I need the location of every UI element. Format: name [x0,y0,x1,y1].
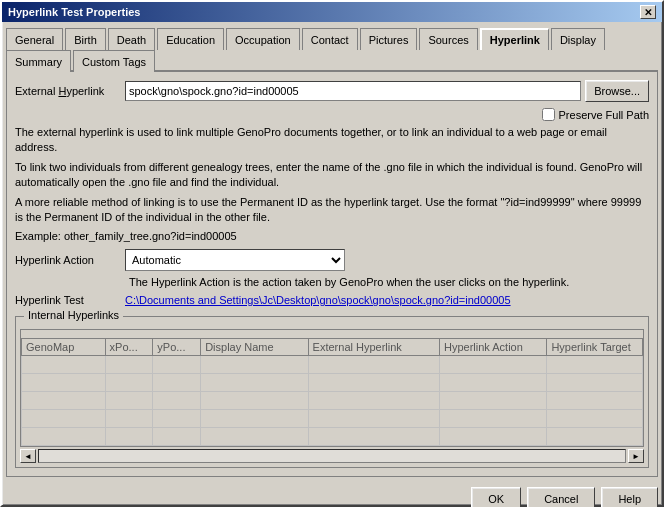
internal-hyperlinks-title: Internal Hyperlinks [24,309,123,321]
tab-display[interactable]: Display [551,28,605,50]
title-bar: Hyperlink Test Properties ✕ [2,2,662,22]
scroll-left-button[interactable]: ◄ [20,449,36,463]
preserve-full-path-checkbox[interactable] [542,108,555,121]
hyperlink-action-label: Hyperlink Action [15,254,125,266]
hyperlink-action-select[interactable]: Automatic [125,249,345,271]
info-text-3: A more reliable method of linking is to … [15,195,649,226]
ok-button[interactable]: OK [471,487,521,507]
table-row [22,410,643,428]
col-genoMap: GenoMap [22,339,106,356]
tab-bar: General Birth Death Education Occupation… [6,26,658,72]
tab-general[interactable]: General [6,28,63,50]
col-hyperlink-target: Hyperlink Target [547,339,643,356]
scroll-right-button[interactable]: ► [628,449,644,463]
window-title: Hyperlink Test Properties [8,6,140,18]
browse-button[interactable]: Browse... [585,80,649,102]
external-hyperlink-row: External Hyperlink Browse... [15,80,649,102]
table-row [22,392,643,410]
bottom-buttons: OK Cancel Help [2,481,662,507]
col-ypo: yPo... [153,339,201,356]
tab-contact[interactable]: Contact [302,28,358,50]
help-button[interactable]: Help [601,487,658,507]
col-display-name: Display Name [201,339,308,356]
tab-education[interactable]: Education [157,28,224,50]
tab-death[interactable]: Death [108,28,155,50]
tab-occupation[interactable]: Occupation [226,28,300,50]
tab-hyperlink[interactable]: Hyperlink [480,28,549,50]
hyperlink-action-row: Hyperlink Action Automatic [15,249,649,271]
table-row [22,356,643,374]
tab-content: External Hyperlink Browse... Preserve Fu… [6,72,658,477]
external-hyperlink-label: External Hyperlink [15,85,125,97]
info-text-1: The external hyperlink is used to link m… [15,125,649,156]
table-row [22,374,643,392]
internal-hyperlinks-table: GenoMap xPo... yPo... Display Name Exter… [21,338,643,446]
col-external-hyperlink: External Hyperlink [308,339,439,356]
example-text: Example: other_family_tree.gno?id=ind000… [15,229,649,244]
hyperlink-test-label: Hyperlink Test [15,294,125,306]
external-hyperlink-input[interactable] [125,81,581,101]
tab-summary[interactable]: Summary [6,50,71,72]
col-hyperlink-action: Hyperlink Action [439,339,546,356]
preserve-full-path-label: Preserve Full Path [542,108,649,121]
close-button[interactable]: ✕ [640,5,656,19]
hyperlink-test-row: Hyperlink Test C:\Documents and Settings… [15,294,649,306]
tab-sources[interactable]: Sources [419,28,477,50]
content-area: General Birth Death Education Occupation… [2,22,662,481]
table-row [22,428,643,446]
hyperlink-test-link[interactable]: C:\Documents and Settings\Jc\Desktop\gno… [125,294,511,306]
main-window: Hyperlink Test Properties ✕ General Birt… [0,0,664,507]
tab-custom-tags[interactable]: Custom Tags [73,50,155,72]
horizontal-scrollbar: ◄ ► [20,449,644,463]
cancel-button[interactable]: Cancel [527,487,595,507]
tab-birth[interactable]: Birth [65,28,106,50]
hyperlink-action-desc: The Hyperlink Action is the action taken… [129,276,569,288]
internal-hyperlinks-group: Internal Hyperlinks GenoMap xPo... yPo..… [15,316,649,468]
info-text-2: To link two individuals from different g… [15,160,649,191]
internal-hyperlinks-table-wrapper: GenoMap xPo... yPo... Display Name Exter… [20,329,644,447]
tab-pictures[interactable]: Pictures [360,28,418,50]
col-xpo: xPo... [105,339,153,356]
scroll-track[interactable] [38,449,626,463]
